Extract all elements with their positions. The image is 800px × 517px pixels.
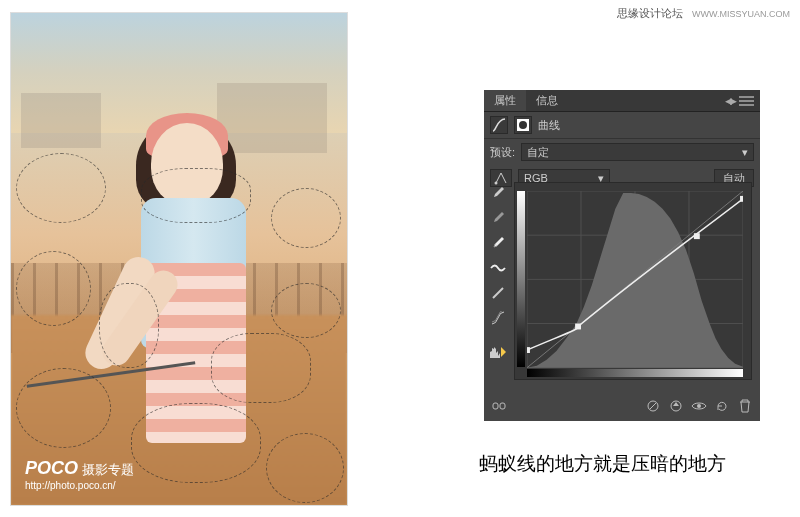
- selection-marquee: [131, 403, 261, 483]
- mask-icon[interactable]: [514, 116, 532, 134]
- svg-rect-17: [740, 196, 743, 202]
- eyedropper-gray-icon[interactable]: [488, 209, 508, 227]
- edit-points-icon[interactable]: [488, 259, 508, 277]
- curves-histogram: [527, 191, 743, 368]
- chevron-down-icon: ▾: [742, 146, 748, 159]
- selection-marquee: [16, 368, 111, 448]
- photo-building-left: [21, 93, 101, 148]
- selection-marquee: [271, 188, 341, 248]
- output-gradient: [517, 191, 525, 367]
- selection-marquee: [266, 433, 344, 503]
- draw-curve-icon[interactable]: [488, 284, 508, 302]
- reset-icon[interactable]: [713, 397, 731, 415]
- tab-properties[interactable]: 属性: [484, 90, 526, 111]
- smooth-icon[interactable]: [488, 309, 508, 327]
- watermark-cn: 摄影专题: [82, 462, 134, 477]
- svg-point-1: [519, 121, 527, 129]
- svg-point-22: [697, 404, 701, 408]
- selection-marquee: [16, 153, 106, 223]
- site-credit: 思缘设计论坛 WWW.MISSYUAN.COM: [617, 6, 790, 21]
- svg-rect-16: [694, 233, 700, 239]
- clip-to-layer-icon[interactable]: [644, 397, 662, 415]
- preset-value: 自定: [527, 145, 549, 160]
- properties-panel: 属性 信息 ◀▶ 曲线 预设: 自定 ▾ RGB ▾ 自动: [484, 90, 760, 421]
- watermark-logo: POCO: [25, 458, 78, 478]
- eyedropper-black-icon[interactable]: [488, 184, 508, 202]
- panel-footer: [490, 395, 754, 417]
- watermark-url: http://photo.poco.cn/: [25, 480, 134, 491]
- curves-graph[interactable]: [514, 182, 752, 380]
- selection-marquee: [271, 283, 341, 338]
- site-url: WWW.MISSYUAN.COM: [692, 9, 790, 19]
- svg-rect-14: [527, 347, 530, 353]
- collapse-icon[interactable]: ◀▶: [725, 96, 735, 106]
- eyedropper-white-icon[interactable]: [488, 234, 508, 252]
- tutorial-caption: 蚂蚁线的地方就是压暗的地方: [452, 451, 752, 477]
- visibility-toggle-icon[interactable]: [690, 397, 708, 415]
- edited-photo: POCO摄影专题 http://photo.poco.cn/: [10, 12, 348, 506]
- panel-menu-icon[interactable]: [739, 96, 754, 106]
- svg-rect-18: [493, 403, 498, 409]
- site-name: 思缘设计论坛: [617, 7, 683, 19]
- curves-tools-sidebar: [488, 184, 510, 360]
- curves-adjustment-icon: [490, 116, 508, 134]
- selection-marquee: [211, 333, 311, 403]
- svg-rect-15: [575, 324, 581, 330]
- selection-marquee: [16, 251, 91, 326]
- preset-label: 预设:: [490, 145, 515, 160]
- svg-rect-19: [500, 403, 505, 409]
- clip-histogram-icon[interactable]: [488, 342, 508, 360]
- selection-marquee: [99, 283, 159, 368]
- adjustment-name: 曲线: [538, 118, 560, 133]
- delete-icon[interactable]: [736, 397, 754, 415]
- selection-marquee: [141, 168, 251, 223]
- panel-tabs: 属性 信息 ◀▶: [484, 90, 760, 112]
- photo-watermark: POCO摄影专题 http://photo.poco.cn/: [25, 458, 134, 491]
- preset-dropdown[interactable]: 自定 ▾: [521, 143, 754, 161]
- link-icon[interactable]: [490, 397, 508, 415]
- tab-info[interactable]: 信息: [526, 90, 568, 111]
- input-gradient: [527, 369, 743, 377]
- previous-state-icon[interactable]: [667, 397, 685, 415]
